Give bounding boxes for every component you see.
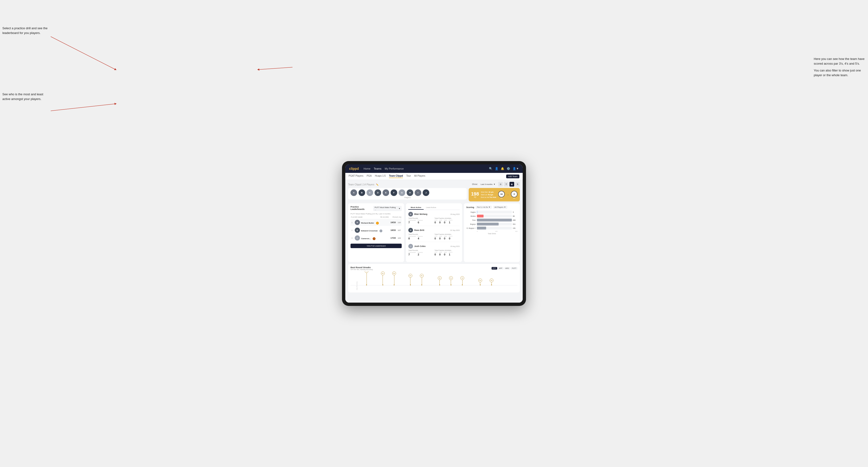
shot-number-block: 198 SQ [471,191,479,198]
sub-nav-pga[interactable]: PGA [367,175,371,178]
bar-track-eagles [477,211,512,214]
lb-avg-2: 107 [398,229,401,231]
nav-teams[interactable]: Teams [374,167,381,170]
player-avatar-4[interactable]: D [375,189,381,196]
lb-badge-3: 3 [373,237,375,240]
bell-icon[interactable]: 🔔 [501,167,504,170]
player-avatar-9[interactable]: I [415,189,421,196]
sub-nav-pgat[interactable]: PGAT Players [349,175,363,178]
tab-least-active[interactable]: Least Active [424,206,438,210]
lb-row-3[interactable]: 3 C Cameron... 3 17/20 103 [350,235,402,242]
streaks-tab-putt[interactable]: PUTT [511,267,518,270]
streak-pin-dot [394,284,395,285]
player-avatar-8[interactable]: H [407,189,413,196]
pa-date-2: 02 Sep 2023 [450,229,460,231]
bar-track-dbogeys [477,227,512,229]
streaks-tab-arg[interactable]: ARG [504,267,510,270]
streak-pin-circle: 4x [449,276,453,280]
lb-score-1: 19/20 [390,221,396,224]
streak-pin: 7x [365,271,368,285]
player-avatar-6[interactable]: F [391,189,397,196]
yds-left: 16 yds [498,191,505,199]
streak-pin-circle: 5x [408,274,412,278]
lb-row-2[interactable]: 2 E Edward Crossman 2 18/20 107 [350,227,402,234]
bar-dbogeys: D. Bogeys + 131 [466,227,518,229]
streak-pin-dot [421,284,422,285]
streak-pin: 5x [420,274,424,285]
players-shot-row: A B C D E F G H I J Players 19 [348,188,520,201]
sub-nav: PGAT Players PGA Hcaps 1-5 Team Clippd T… [345,173,523,180]
card-view-icon[interactable]: ▦ [509,182,514,187]
pa-stats-3: Total Rounds Tournament7 Practice2 Total… [408,250,460,256]
sub-nav-team-clippd[interactable]: Team Clippd [389,175,403,178]
pa-rounds-cols-1: Tournament 7 Practice 6 [408,220,434,224]
svg-line-2 [258,67,292,69]
bar-track-bogeys [477,223,512,225]
lb-info-1: Richard Butler 1 [361,220,390,224]
nav-my-performance[interactable]: My Performance [385,167,404,170]
edit-icon[interactable]: ✏️ [376,184,379,186]
streak-pin-circle: 3x [478,279,482,282]
three-column-section: Practice Leaderboards PUTT Must Make Put… [348,203,520,262]
sub-nav-tour[interactable]: Tour [406,175,411,178]
pa-rounds-cols-3: Tournament7 Practice2 [408,252,434,256]
player-avatar-3[interactable]: C [367,189,373,196]
bar-fill-dbogeys [477,227,486,229]
main-content: Team Clippd | 14 Players ✏️ Show: Last 3… [345,180,523,303]
streak-pin-circle: 4x [438,276,441,280]
streaks-tab-ott[interactable]: OTT [492,267,497,270]
lb-avg-3: 103 [398,237,401,239]
streak-pin-line [491,282,492,284]
player-avatar-10[interactable]: J [423,189,429,196]
add-team-button[interactable]: Add Team [506,175,519,178]
list-view-icon[interactable]: ☰ [504,182,508,187]
scoring-filter-players[interactable]: All Players ▼ [493,206,507,209]
lb-row-1[interactable]: 1 R Richard Butler 1 19/20 110 [350,219,402,226]
player-avatar-2[interactable]: B [359,189,365,196]
user-avatar[interactable]: 👤▼ [513,167,519,170]
streaks-tab-app[interactable]: APP [498,267,503,270]
streak-pin: 5x [408,274,412,285]
streak-pin-line [382,275,383,284]
sub-nav-hcaps[interactable]: Hcaps 1-5 [375,175,386,178]
nav-links: Home Teams My Performance [364,167,404,170]
pa-header-3: J Josh Coles 26 Aug 2023 [408,244,460,249]
sub-nav-links: PGAT Players PGA Hcaps 1-5 Team Clippd T… [349,175,506,178]
streak-pin-circle: 6x [381,272,385,275]
pa-name-2: Rees Britt [414,229,450,231]
person-icon[interactable]: 👤 [495,167,498,170]
pins-container: 7x6x6x5x5x4x4x4x3x3x [355,271,518,285]
show-period-select[interactable]: Last 3 months ▼ [479,183,497,186]
player-avatar-7[interactable]: G [399,189,405,196]
bar-axis: 0 200 400 [477,231,518,232]
drill-select[interactable]: PUTT Must Make Putting ... ▼ [373,206,402,211]
sort-icon[interactable]: ⇅ [515,182,520,187]
team-header: Team Clippd | 14 Players ✏️ Show: Last 3… [348,182,520,187]
pa-date-3: 26 Aug 2023 [450,246,460,247]
yds-right-label: yds [511,197,518,199]
search-icon[interactable]: 🔍 [489,167,493,170]
streak-pin-dot [451,284,452,285]
bar-eagles: Eagles 3 [466,211,518,214]
tablet-screen: clippd Home Teams My Performance 🔍 👤 🔔 ⚙… [345,164,523,303]
streak-pin: 4x [449,276,453,285]
settings-icon[interactable]: ⚙️ [507,167,510,170]
sub-nav-all-players[interactable]: All Players [414,175,425,178]
streak-pin: 4x [438,276,441,285]
tab-most-active[interactable]: Most Active [408,206,424,210]
view-leaderboard-button[interactable]: View Full Leaderboard [350,244,402,248]
player-avatar-5[interactable]: E [382,189,389,196]
shot-info-card: 198 SQ Shot Dist: 16 yds Start Lie: Roug… [469,188,520,201]
streak-pin: 4x [460,276,464,285]
streaks-title: Best Round Streaks [350,266,373,269]
pa-practice-cols-3: OTT0 APP0 ARG0 PUTT1 [434,252,460,256]
player-avatar-1[interactable]: A [350,189,357,196]
nav-home[interactable]: Home [364,167,370,170]
lb-badge-1: 1 [376,222,379,224]
grid-view-icon[interactable]: ⊞ [498,182,503,187]
streak-pin-circle: 6x [392,272,396,275]
scoring-filter-par[interactable]: Par 3, 4 & 5s ▼ [475,206,492,209]
pa-avatar-2: R [408,228,413,232]
pa-avatar-1: B [408,212,413,217]
yds-right: 0 yds [511,191,518,199]
